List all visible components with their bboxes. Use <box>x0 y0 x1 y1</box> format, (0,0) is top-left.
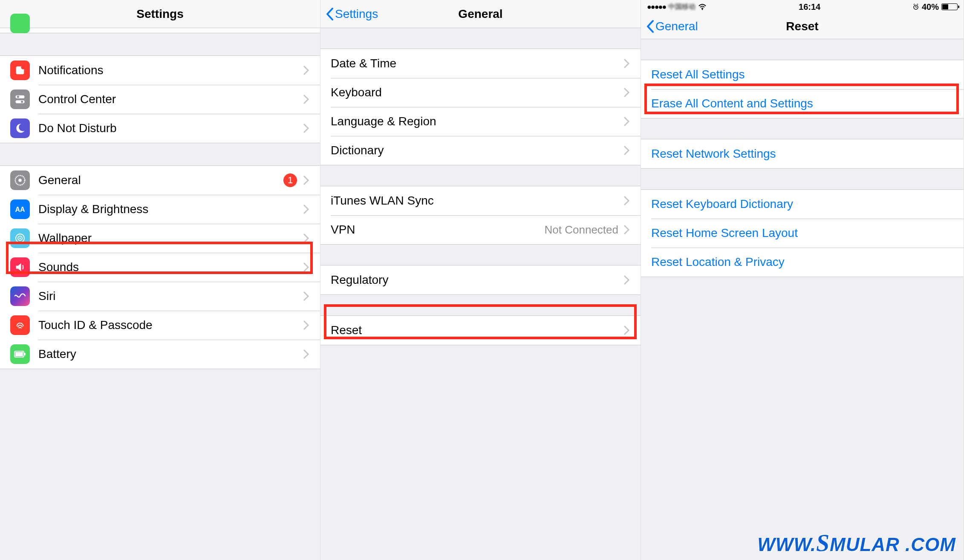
svg-point-11 <box>19 237 21 239</box>
battery-percent: 40% <box>922 2 939 12</box>
touchid-icon <box>10 315 30 335</box>
row-label: VPN <box>331 223 545 237</box>
svg-rect-14 <box>15 352 23 356</box>
row-dnd[interactable]: Do Not Disturb <box>0 114 320 143</box>
chevron-right-icon <box>303 175 310 185</box>
chevron-right-icon <box>623 275 630 285</box>
row-battery[interactable]: Battery <box>0 340 320 369</box>
group-spacer <box>320 295 641 315</box>
back-button[interactable]: General <box>646 14 698 39</box>
general-group-2: iTunes WLAN Sync VPN Not Connected <box>320 186 641 245</box>
row-label: Reset Network Settings <box>651 147 953 161</box>
svg-point-15 <box>702 9 703 10</box>
row-label: Reset Home Screen Layout <box>651 226 953 240</box>
general-group-3: Regulatory <box>320 265 641 295</box>
svg-point-5 <box>21 101 23 103</box>
chevron-left-icon <box>646 20 655 33</box>
sounds-icon <box>10 257 30 277</box>
svg-rect-2 <box>16 95 25 98</box>
group-spacer <box>0 143 320 165</box>
chevron-right-icon <box>303 320 310 330</box>
row-display[interactable]: AA Display & Brightness <box>0 195 320 224</box>
svg-point-3 <box>17 96 19 98</box>
row-reset-network[interactable]: Reset Network Settings <box>641 139 964 168</box>
row-erase-all[interactable]: Erase All Content and Settings <box>641 89 964 118</box>
chevron-right-icon <box>623 145 630 156</box>
status-time: 16:14 <box>799 2 820 12</box>
row-language-region[interactable]: Language & Region <box>320 107 641 136</box>
row-label: Wallpaper <box>38 231 303 245</box>
general-group-4: Reset <box>320 315 641 345</box>
row-label: Control Center <box>38 92 303 106</box>
siri-icon <box>10 286 30 306</box>
row-label: iTunes WLAN Sync <box>331 194 623 208</box>
navbar-settings: Settings <box>0 0 320 28</box>
watermark-text: WWW.SMULAR .COM <box>757 529 956 557</box>
row-dictionary[interactable]: Dictionary <box>320 136 641 165</box>
reset-group-3: Reset Keyboard Dictionary Reset Home Scr… <box>641 189 964 277</box>
row-detail: Not Connected <box>545 223 618 237</box>
row-regulatory[interactable]: Regulatory <box>320 266 641 294</box>
row-reset[interactable]: Reset <box>320 316 641 345</box>
row-general[interactable]: General 1 <box>0 166 320 195</box>
row-itunes-sync[interactable]: iTunes WLAN Sync <box>320 186 641 215</box>
chevron-right-icon <box>303 123 310 133</box>
back-label: General <box>655 20 698 33</box>
chevron-left-icon <box>326 7 334 21</box>
row-sounds[interactable]: Sounds <box>0 253 320 282</box>
navbar-reset: General Reset <box>641 14 964 39</box>
row-control-center[interactable]: Control Center <box>0 85 320 114</box>
row-label: Dictionary <box>331 144 623 157</box>
row-siri[interactable]: Siri <box>0 282 320 311</box>
row-notifications[interactable]: Notifications <box>0 56 320 85</box>
row-reset-home-layout[interactable]: Reset Home Screen Layout <box>641 219 964 248</box>
chevron-right-icon <box>303 349 310 359</box>
row-label: Reset Keyboard Dictionary <box>651 197 953 211</box>
row-reset-keyboard-dict[interactable]: Reset Keyboard Dictionary <box>641 190 964 219</box>
row-date-time[interactable]: Date & Time <box>320 49 641 78</box>
row-label: Reset All Settings <box>651 68 953 81</box>
svg-rect-4 <box>16 100 25 103</box>
chevron-right-icon <box>303 291 310 301</box>
back-button[interactable]: Settings <box>326 0 378 28</box>
row-reset-all-settings[interactable]: Reset All Settings <box>641 60 964 89</box>
svg-line-20 <box>917 4 918 5</box>
notifications-icon <box>10 61 30 80</box>
row-label: Erase All Content and Settings <box>651 97 953 110</box>
row-label: Keyboard <box>331 86 623 99</box>
row-touchid[interactable]: Touch ID & Passcode <box>0 311 320 340</box>
gear-icon <box>10 170 30 190</box>
group-spacer <box>641 39 964 60</box>
nav-title: General <box>458 7 502 21</box>
chevron-right-icon <box>303 204 310 214</box>
carrier-blurred: 中国移动 <box>668 3 696 12</box>
row-keyboard[interactable]: Keyboard <box>320 78 641 107</box>
svg-text:AA: AA <box>15 206 25 213</box>
group-spacer <box>641 169 964 189</box>
row-reset-location-privacy[interactable]: Reset Location & Privacy <box>641 248 964 277</box>
group-spacer <box>320 165 641 186</box>
row-label: Display & Brightness <box>38 202 303 216</box>
chevron-right-icon <box>623 58 630 69</box>
alarm-icon <box>912 3 919 10</box>
reset-panel: ●●●●● 中国移动 16:14 40% General Reset Reset… <box>641 0 964 560</box>
chevron-right-icon <box>623 116 630 127</box>
reset-group-1: Reset All Settings Erase All Content and… <box>641 60 964 118</box>
chevron-right-icon <box>303 262 310 272</box>
group-spacer <box>0 33 320 55</box>
settings-group-1: Notifications Control Center Do Not Dist… <box>0 55 320 143</box>
general-group-1: Date & Time Keyboard Language & Region D… <box>320 49 641 165</box>
badge-count: 1 <box>283 173 297 187</box>
row-label: General <box>38 173 283 187</box>
dnd-icon <box>10 118 30 138</box>
wifi-icon <box>698 3 707 10</box>
navbar-general: Settings General <box>320 0 641 28</box>
partial-row-above <box>0 28 320 33</box>
row-label: Reset <box>331 323 623 337</box>
battery-icon <box>10 344 30 364</box>
chevron-right-icon <box>623 225 630 235</box>
row-label: Notifications <box>38 64 303 77</box>
reset-group-2: Reset Network Settings <box>641 139 964 169</box>
row-vpn[interactable]: VPN Not Connected <box>320 215 641 244</box>
row-wallpaper[interactable]: Wallpaper <box>0 224 320 253</box>
